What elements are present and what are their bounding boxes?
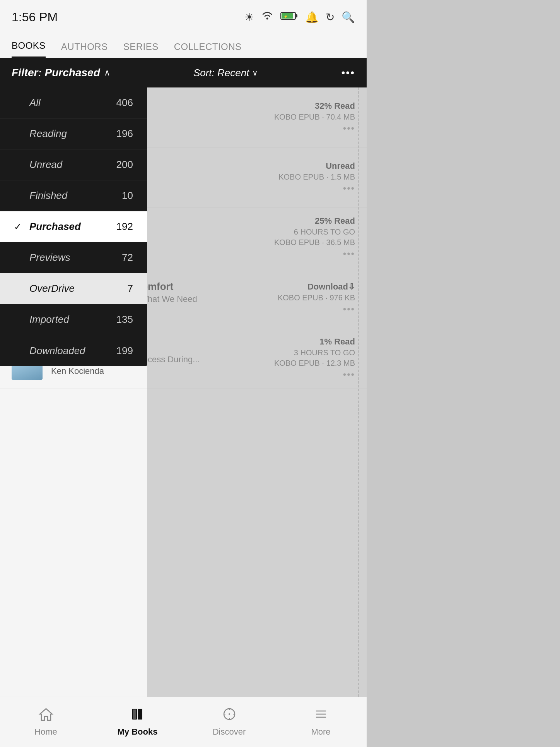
check-icon	[14, 283, 23, 294]
discover-icon	[222, 707, 237, 725]
books-icon	[130, 707, 145, 725]
filter-option-previews[interactable]: Previews 72	[0, 242, 147, 273]
option-count: 199	[116, 345, 133, 357]
nav-home-label: Home	[34, 727, 57, 737]
nav-my-books[interactable]: My Books	[92, 697, 183, 747]
check-icon	[14, 314, 23, 325]
option-label: Reading	[29, 128, 67, 140]
filter-chevron-icon: ∧	[104, 68, 110, 78]
filter-option-all[interactable]: All 406	[0, 87, 147, 118]
nav-more[interactable]: More	[275, 697, 367, 747]
tab-bar: BOOKS AUTHORS SERIES COLLECTIONS	[0, 31, 367, 58]
option-count: 7	[128, 283, 133, 295]
filter-button[interactable]: Filter: Purchased ∧	[12, 67, 110, 79]
brightness-icon: ☀	[244, 11, 254, 24]
filter-option-unread[interactable]: Unread 200	[0, 149, 147, 180]
tab-authors[interactable]: AUTHORS	[61, 41, 108, 58]
svg-rect-3	[295, 14, 297, 17]
tab-books[interactable]: BOOKS	[12, 40, 46, 58]
option-label: Unread	[29, 159, 62, 171]
wifi-icon	[261, 11, 273, 23]
nav-discover-label: Discover	[213, 727, 246, 737]
more-icon	[313, 707, 329, 725]
option-count: 200	[116, 159, 133, 171]
nav-home[interactable]: Home	[0, 697, 92, 747]
battery-icon: ⚡	[280, 11, 298, 24]
option-label: Downloaded	[29, 345, 85, 357]
option-label: Purchased	[29, 221, 81, 233]
filter-option-reading[interactable]: Reading 196	[0, 118, 147, 149]
check-icon	[14, 190, 23, 201]
nav-more-label: More	[311, 727, 330, 737]
filter-option-finished[interactable]: Finished 10	[0, 180, 147, 211]
option-count: 72	[122, 252, 133, 264]
option-label: All	[29, 97, 41, 109]
more-options-button[interactable]: •••	[341, 67, 355, 79]
status-icons: ☀ ⚡ 🔔 ↻ 🔍	[244, 11, 355, 24]
check-icon: ✓	[14, 221, 23, 232]
tab-collections[interactable]: COLLECTIONS	[174, 41, 242, 58]
nav-my-books-label: My Books	[118, 727, 158, 737]
svg-text:⚡: ⚡	[283, 14, 288, 19]
check-icon	[14, 345, 23, 356]
option-label: Imported	[29, 314, 69, 326]
filter-option-overdrive[interactable]: OverDrive 7	[0, 273, 147, 304]
dropdown-overlay	[147, 87, 367, 697]
check-icon	[14, 98, 23, 108]
sort-label: Sort: Recent	[193, 67, 249, 79]
sync-icon[interactable]: ↻	[326, 11, 335, 24]
filter-option-imported[interactable]: Imported 135	[0, 304, 147, 335]
sort-chevron-icon: ∨	[252, 68, 258, 77]
check-icon	[14, 128, 23, 139]
option-label: OverDrive	[29, 283, 75, 295]
sort-button[interactable]: Sort: Recent ∨	[193, 67, 258, 79]
status-time: 1:56 PM	[12, 10, 58, 24]
nav-discover[interactable]: Discover	[183, 697, 275, 747]
filter-bar: Filter: Purchased ∧ Sort: Recent ∨ •••	[0, 58, 367, 87]
svg-rect-6	[138, 709, 142, 720]
option-count: 135	[116, 314, 133, 326]
bottom-nav: Home My Books Discover	[0, 697, 367, 747]
filter-option-downloaded[interactable]: Downloaded 199	[0, 335, 147, 366]
notification-icon[interactable]: 🔔	[305, 11, 319, 24]
svg-rect-7	[133, 709, 136, 719]
tab-series[interactable]: SERIES	[123, 41, 159, 58]
svg-point-9	[229, 713, 230, 715]
option-count: 10	[122, 190, 133, 202]
home-icon	[38, 707, 54, 725]
check-icon	[14, 252, 23, 263]
option-count: 196	[116, 128, 133, 140]
option-label: Previews	[29, 252, 70, 264]
search-icon[interactable]: 🔍	[341, 11, 355, 24]
option-count: 406	[116, 97, 133, 109]
filter-label: Filter: Purchased	[12, 67, 100, 79]
filter-option-purchased[interactable]: ✓ Purchased 192	[0, 211, 147, 242]
check-icon	[14, 159, 23, 170]
option-count: 192	[116, 221, 133, 233]
option-label: Finished	[29, 190, 67, 202]
status-bar: 1:56 PM ☀ ⚡ 🔔 ↻ 🔍	[0, 0, 367, 31]
svg-point-0	[266, 18, 268, 20]
filter-dropdown: All 406 Reading 196 Unread 200 Finished	[0, 87, 147, 366]
